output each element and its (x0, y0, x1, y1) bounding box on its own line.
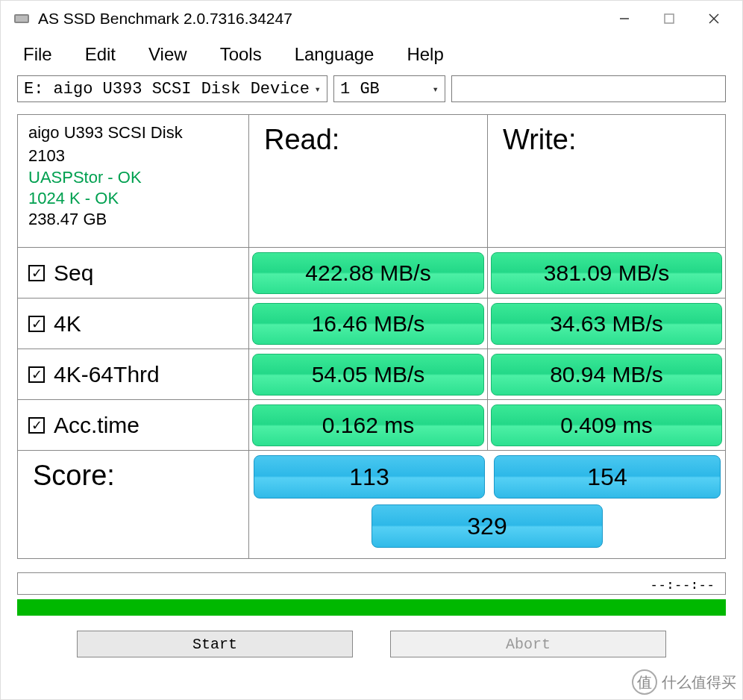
minimize-button[interactable] (602, 4, 647, 34)
watermark: 值 什么值得买 (632, 669, 736, 695)
acc-read-value: 0.162 ms (252, 404, 484, 446)
device-firmware: 2103 (28, 146, 65, 167)
device-capacity: 238.47 GB (28, 210, 107, 229)
results-grid: aigo U393 SCSI Disk 2103 UASPStor - OK 1… (17, 114, 726, 559)
button-row: Start Abort (1, 631, 742, 657)
progress-time: --:--:-- (650, 576, 715, 592)
read-header: Read: (249, 115, 488, 247)
4k64-row: ✓ 4K-64Thrd 54.05 MB/s 80.94 MB/s (18, 349, 725, 400)
app-window: AS SSD Benchmark 2.0.7316.34247 File Edi… (0, 0, 743, 700)
4k-write-value: 34.63 MB/s (491, 303, 722, 345)
score-label: Score: (18, 451, 249, 504)
size-select[interactable]: 1 GB ▾ (333, 75, 445, 102)
4k64-write-value: 80.94 MB/s (491, 354, 722, 396)
seq-row: ✓ Seq 422.88 MB/s 381.09 MB/s (18, 248, 725, 299)
app-icon (13, 10, 31, 28)
control-row: E: aigo U393 SCSI Disk Device ▾ 1 GB ▾ (1, 75, 742, 108)
progress-fill (17, 599, 726, 616)
svg-rect-1 (16, 16, 28, 22)
size-select-value: 1 GB (340, 80, 427, 99)
seq-label: Seq (54, 260, 93, 286)
chevron-down-icon: ▾ (309, 83, 321, 96)
progress-area: --:--:-- (17, 572, 726, 616)
menu-edit[interactable]: Edit (85, 44, 116, 65)
seq-checkbox[interactable]: ✓ (28, 265, 45, 281)
menu-language[interactable]: Language (295, 44, 374, 65)
score-total: 329 (372, 504, 603, 548)
info-field (451, 75, 726, 102)
abort-button: Abort (390, 631, 666, 657)
seq-write-value: 381.09 MB/s (491, 252, 722, 294)
menu-file[interactable]: File (23, 44, 52, 65)
write-header: Write: (488, 115, 725, 247)
chevron-down-icon: ▾ (427, 83, 439, 96)
window-title: AS SSD Benchmark 2.0.7316.34247 (38, 10, 602, 28)
progress-bar: --:--:-- (17, 572, 726, 595)
4k-row: ✓ 4K 16.46 MB/s 34.63 MB/s (18, 299, 725, 349)
close-button[interactable] (692, 4, 736, 34)
score-read: 113 (254, 455, 485, 499)
acc-write-value: 0.409 ms (491, 404, 722, 446)
4k64-checkbox[interactable]: ✓ (28, 366, 45, 383)
watermark-text: 什么值得买 (662, 672, 736, 693)
4k64-label: 4K-64Thrd (54, 362, 160, 387)
menubar: File Edit View Tools Language Help (1, 37, 742, 75)
score-write: 154 (494, 455, 721, 499)
4k-checkbox[interactable]: ✓ (28, 316, 45, 332)
start-button[interactable]: Start (77, 631, 353, 657)
maximize-button[interactable] (647, 4, 692, 34)
acc-label: Acc.time (54, 413, 139, 438)
acc-row: ✓ Acc.time 0.162 ms 0.409 ms (18, 400, 725, 451)
header-row: aigo U393 SCSI Disk 2103 UASPStor - OK 1… (18, 115, 725, 248)
device-driver: UASPStor - OK (28, 168, 142, 187)
device-alignment: 1024 K - OK (28, 189, 119, 208)
titlebar: AS SSD Benchmark 2.0.7316.34247 (1, 1, 742, 37)
drive-select-value: E: aigo U393 SCSI Disk Device (24, 80, 309, 99)
window-controls (602, 4, 736, 34)
acc-checkbox[interactable]: ✓ (28, 417, 45, 434)
device-name: aigo U393 SCSI Disk (28, 122, 183, 144)
device-info-cell: aigo U393 SCSI Disk 2103 UASPStor - OK 1… (18, 115, 249, 247)
4k-label: 4K (54, 311, 81, 337)
menu-tools[interactable]: Tools (220, 44, 262, 65)
menu-view[interactable]: View (148, 44, 187, 65)
svg-rect-3 (665, 14, 674, 23)
score-block: Score: 113 154 329 (18, 451, 725, 559)
menu-help[interactable]: Help (407, 44, 443, 65)
drive-select[interactable]: E: aigo U393 SCSI Disk Device ▾ (17, 75, 327, 102)
4k-read-value: 16.46 MB/s (252, 303, 484, 345)
4k64-read-value: 54.05 MB/s (252, 354, 484, 396)
seq-read-value: 422.88 MB/s (252, 252, 484, 294)
watermark-icon: 值 (632, 669, 657, 695)
